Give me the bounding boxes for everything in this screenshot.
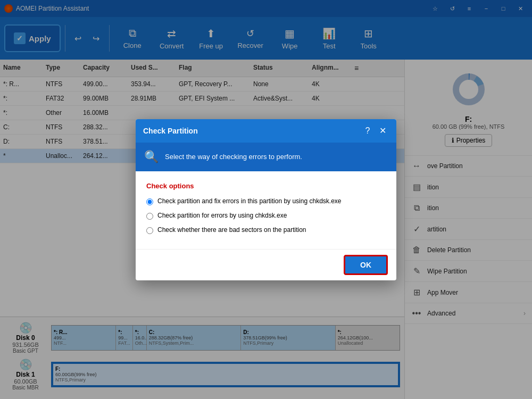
modal-options: Check options Check partition and fix er…: [136, 171, 396, 249]
opt2-label: Check partition for errors by using chkd…: [157, 212, 287, 219]
modal-controls: ? ✕: [361, 124, 389, 137]
search-icon: 🔍: [144, 150, 159, 164]
check-partition-modal: Check Partition ? ✕ 🔍 Select the way of …: [136, 119, 396, 280]
radio-opt1[interactable]: [146, 198, 153, 205]
modal-search-text: Select the way of checking errors to per…: [165, 153, 302, 161]
modal-close-btn[interactable]: ✕: [376, 124, 389, 137]
modal-option-1[interactable]: Check partition and fix errors in this p…: [146, 197, 386, 205]
opt3-label: Check whether there are bad sectors on t…: [157, 226, 306, 234]
opt1-label: Check partition and fix errors in this p…: [157, 197, 342, 205]
ok-button[interactable]: OK: [344, 255, 388, 275]
modal-footer: OK: [136, 249, 396, 280]
modal-option-2[interactable]: Check partition for errors by using chkd…: [146, 212, 386, 220]
modal-title: Check Partition: [143, 127, 198, 135]
modal-help-btn[interactable]: ?: [361, 124, 374, 137]
modal-header: Check Partition ? ✕: [136, 119, 396, 143]
options-title: Check options: [146, 182, 386, 190]
modal-option-3[interactable]: Check whether there are bad sectors on t…: [146, 226, 386, 234]
radio-opt3[interactable]: [146, 227, 153, 234]
modal-overlay[interactable]: Check Partition ? ✕ 🔍 Select the way of …: [0, 0, 532, 399]
modal-title-area: Check Partition: [143, 127, 198, 135]
radio-opt2[interactable]: [146, 213, 153, 220]
modal-search-bar: 🔍 Select the way of checking errors to p…: [136, 143, 396, 171]
